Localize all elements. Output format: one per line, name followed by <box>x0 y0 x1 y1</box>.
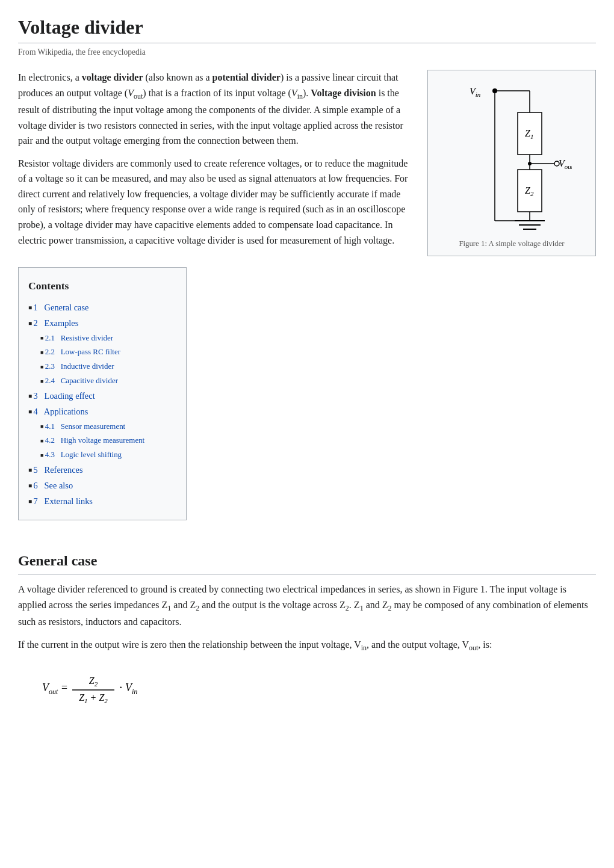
svg-text:Vin: Vin <box>470 86 481 98</box>
contents-item-2-4[interactable]: 2.4 Capacitive divider <box>40 375 172 387</box>
contents-item-5[interactable]: 5 References <box>28 463 172 477</box>
contents-box: Contents 1 General case 2 Examples 2.1 R… <box>18 267 187 520</box>
svg-text:Vout: Vout <box>559 158 572 170</box>
svg-text:Vin: Vin <box>125 682 137 696</box>
contents-item-4-2[interactable]: 4.2 High voltage measurement <box>40 434 172 447</box>
svg-text:·: · <box>119 681 122 694</box>
contents-item-4[interactable]: 4 Applications 4.1 Sensor measurement 4.… <box>28 405 172 461</box>
contents-item-2-2[interactable]: 2.2 Low-pass RC filter <box>40 346 172 359</box>
formula-svg: Vout = Z2 Z1 + Z2 · Vin <box>36 666 193 708</box>
figure-box: Vin Z1 Vout Z2 <box>427 70 596 256</box>
contents-item-7[interactable]: 7 External links <box>28 494 172 508</box>
svg-text:Z2: Z2 <box>89 676 98 688</box>
formula-block: Vout = Z2 Z1 + Z2 · Vin <box>36 666 578 714</box>
figure-caption: Figure 1: A simple voltage divider <box>434 238 589 250</box>
page-subtitle: From Wikipedia, the free encyclopedia <box>18 46 596 59</box>
intro-section: In electronics, a voltage divider (also … <box>18 70 596 256</box>
intro-paragraph-2: Resistor voltage dividers are commonly u… <box>18 156 415 248</box>
page-title: Voltage divider <box>18 12 596 43</box>
contents-item-3[interactable]: 3 Loading effect <box>28 389 172 403</box>
contents-item-4-1[interactable]: 4.1 Sensor measurement <box>40 420 172 433</box>
contents-item-4-3[interactable]: 4.3 Logic level shifting <box>40 449 172 461</box>
contents-item-1[interactable]: 1 General case <box>28 301 172 315</box>
contents-item-2-3[interactable]: 2.3 Inductive divider <box>40 360 172 373</box>
contents-item-2[interactable]: 2 Examples 2.1 Resistive divider 2.2 Low… <box>28 316 172 387</box>
circuit-diagram: Vin Z1 Vout Z2 <box>451 76 572 233</box>
contents-list: 1 General case 2 Examples 2.1 Resistive … <box>28 301 172 508</box>
general-case-title: General case <box>18 549 596 574</box>
general-case-section: General case A voltage divider reference… <box>18 549 596 714</box>
svg-text:Z1 + Z2: Z1 + Z2 <box>79 692 108 704</box>
contents-item-6[interactable]: 6 See also <box>28 479 172 493</box>
contents-item-2-1[interactable]: 2.1 Resistive divider <box>40 332 172 345</box>
general-case-paragraph-2: If the current in the output wire is zer… <box>18 637 596 654</box>
intro-paragraph-1: In electronics, a voltage divider (also … <box>18 70 415 149</box>
svg-text:Vout =: Vout = <box>42 682 68 696</box>
general-case-text: A voltage divider referenced to ground i… <box>18 582 596 654</box>
general-case-paragraph-1: A voltage divider referenced to ground i… <box>18 582 596 630</box>
intro-text: In electronics, a voltage divider (also … <box>18 70 415 256</box>
contents-title: Contents <box>28 277 172 294</box>
